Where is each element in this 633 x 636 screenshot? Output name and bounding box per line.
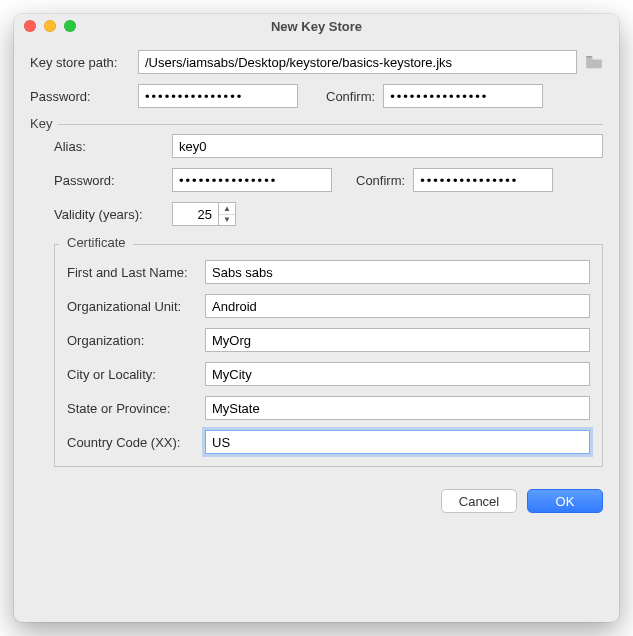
alias-row: Alias: bbox=[54, 134, 603, 158]
validity-label: Validity (years): bbox=[54, 207, 164, 222]
titlebar: New Key Store bbox=[14, 14, 619, 38]
confirm-password-input[interactable] bbox=[383, 84, 543, 108]
validity-input[interactable] bbox=[172, 202, 218, 226]
cert-field-label: State or Province: bbox=[67, 401, 197, 416]
key-confirm-input[interactable] bbox=[413, 168, 553, 192]
cert-row: Country Code (XX): bbox=[67, 430, 590, 454]
key-group: Key Alias: Password: Confirm: Validity (… bbox=[30, 124, 603, 467]
cert-field-input[interactable] bbox=[205, 260, 590, 284]
cert-row: City or Locality: bbox=[67, 362, 590, 386]
cert-field-input[interactable] bbox=[205, 430, 590, 454]
window-controls bbox=[24, 20, 76, 32]
minimize-icon[interactable] bbox=[44, 20, 56, 32]
key-confirm-label: Confirm: bbox=[356, 173, 405, 188]
cert-field-input[interactable] bbox=[205, 294, 590, 318]
password-label: Password: bbox=[30, 89, 130, 104]
alias-label: Alias: bbox=[54, 139, 164, 154]
cert-row: Organization: bbox=[67, 328, 590, 352]
key-password-label: Password: bbox=[54, 173, 164, 188]
cert-row: Organizational Unit: bbox=[67, 294, 590, 318]
browse-folder-icon[interactable] bbox=[585, 55, 603, 69]
ok-button[interactable]: OK bbox=[527, 489, 603, 513]
cert-field-input[interactable] bbox=[205, 396, 590, 420]
key-group-label: Key bbox=[30, 116, 56, 131]
key-password-input[interactable] bbox=[172, 168, 332, 192]
stepper-buttons: ▲ ▼ bbox=[218, 202, 236, 226]
certificate-group-label: Certificate bbox=[63, 235, 130, 250]
confirm-password-label: Confirm: bbox=[326, 89, 375, 104]
cert-field-label: Organizational Unit: bbox=[67, 299, 197, 314]
close-icon[interactable] bbox=[24, 20, 36, 32]
cert-row: First and Last Name: bbox=[67, 260, 590, 284]
password-input[interactable] bbox=[138, 84, 298, 108]
password-row: Password: Confirm: bbox=[30, 84, 603, 108]
cert-field-input[interactable] bbox=[205, 362, 590, 386]
dialog-content: Key store path: Password: Confirm: Key A… bbox=[14, 38, 619, 481]
stepper-down-icon[interactable]: ▼ bbox=[219, 215, 235, 226]
validity-row: Validity (years): ▲ ▼ bbox=[54, 202, 603, 226]
cert-field-label: Country Code (XX): bbox=[67, 435, 197, 450]
cert-field-label: Organization: bbox=[67, 333, 197, 348]
cert-row: State or Province: bbox=[67, 396, 590, 420]
certificate-group: Certificate First and Last Name:Organiza… bbox=[54, 244, 603, 467]
cancel-button[interactable]: Cancel bbox=[441, 489, 517, 513]
cert-field-input[interactable] bbox=[205, 328, 590, 352]
dialog-buttons: Cancel OK bbox=[14, 481, 619, 513]
dialog-window: New Key Store Key store path: Password: … bbox=[14, 14, 619, 622]
key-password-row: Password: Confirm: bbox=[54, 168, 603, 192]
stepper-up-icon[interactable]: ▲ bbox=[219, 203, 235, 215]
alias-input[interactable] bbox=[172, 134, 603, 158]
key-group-line bbox=[58, 124, 603, 125]
keystore-path-label: Key store path: bbox=[30, 55, 130, 70]
validity-stepper[interactable]: ▲ ▼ bbox=[172, 202, 236, 226]
keystore-path-row: Key store path: bbox=[30, 50, 603, 74]
window-title: New Key Store bbox=[22, 19, 611, 34]
cert-field-label: First and Last Name: bbox=[67, 265, 197, 280]
zoom-icon[interactable] bbox=[64, 20, 76, 32]
keystore-path-input[interactable] bbox=[138, 50, 577, 74]
cert-field-label: City or Locality: bbox=[67, 367, 197, 382]
